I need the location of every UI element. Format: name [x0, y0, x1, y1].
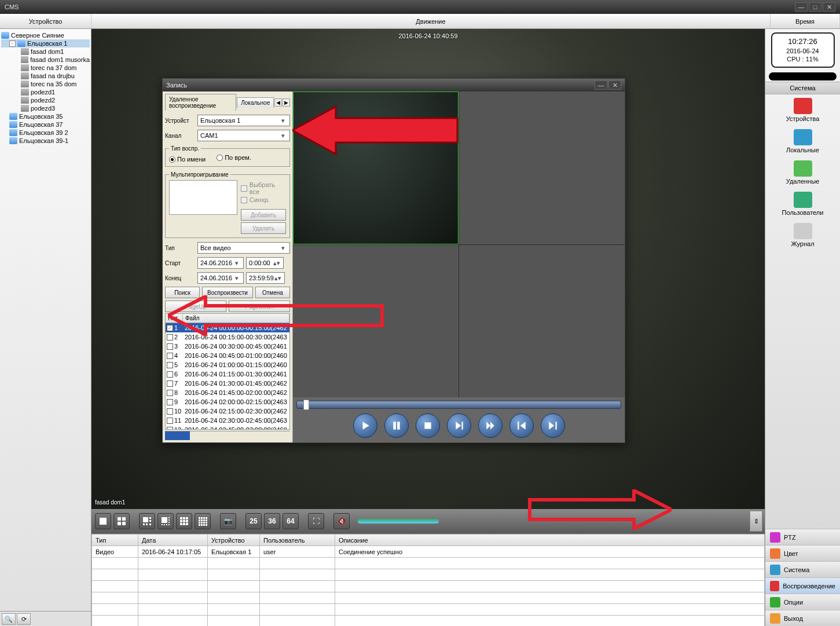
tree-device[interactable]: Ельцовская 39-1 — [1, 137, 90, 145]
tab-scroll-left[interactable]: ◄ — [274, 98, 282, 107]
playback-cell-2[interactable] — [459, 91, 625, 244]
slow-button[interactable] — [447, 413, 471, 438]
mute-button[interactable]: 🔇 — [333, 513, 350, 529]
layout-1[interactable] — [95, 513, 111, 529]
tree-camera[interactable]: fasad dom1 musorka — [1, 56, 90, 64]
tab-local[interactable]: Локальное — [237, 97, 274, 108]
system-item-0[interactable]: Устройства — [765, 94, 840, 126]
log-col-type[interactable]: Тип — [92, 535, 138, 546]
snapshot-button[interactable]: 📷 — [220, 513, 236, 529]
maximize-button[interactable]: □ — [809, 2, 821, 12]
device-tree[interactable]: Северное Сияние -Ельцовская 1 fasad dom1… — [0, 29, 91, 611]
channel-select[interactable]: CAM1▾ — [197, 130, 290, 141]
layout-64[interactable]: 64 — [283, 513, 299, 529]
tree-camera[interactable]: torec na 37 dom — [1, 64, 90, 72]
file-row[interactable]: 92016-06-24 02:00:00-02:15:00(2463 — [166, 397, 289, 407]
pagedown-btn[interactable]: PageDown — [229, 301, 290, 312]
file-checkbox[interactable] — [167, 362, 173, 368]
file-row[interactable]: 122016-06-24 02:45:00-03:00:00(2468 — [166, 425, 289, 430]
file-checkbox[interactable] — [167, 343, 173, 350]
tree-camera[interactable]: fasad dom1 — [1, 47, 90, 56]
volume-slider[interactable] — [358, 519, 439, 524]
file-checkbox[interactable] — [167, 418, 173, 424]
file-row[interactable]: 62016-06-24 01:15:00-01:30:00(2461 — [166, 369, 289, 379]
play-button[interactable] — [353, 413, 377, 438]
playback-quad[interactable] — [293, 91, 625, 397]
right-button-Опции[interactable]: Опции — [765, 594, 840, 610]
next-frame-button[interactable] — [541, 413, 565, 438]
close-button[interactable]: ✕ — [823, 2, 835, 12]
dialog-minimize[interactable]: — — [595, 80, 607, 90]
system-item-3[interactable]: Пользователи — [765, 188, 840, 219]
end-time[interactable]: 23:59:59▴▾ — [246, 272, 285, 284]
play-btn[interactable]: Воспроизвести — [202, 287, 253, 298]
system-item-4[interactable]: Журнал — [765, 219, 840, 251]
file-list[interactable]: Нет Файл 12016-06-24 00:00:00-00:15:00(2… — [165, 313, 290, 430]
seek-bar[interactable] — [296, 401, 621, 409]
pause-button[interactable] — [384, 413, 409, 438]
layout-6[interactable] — [139, 513, 155, 529]
file-checkbox[interactable] — [167, 390, 173, 396]
file-checkbox[interactable] — [167, 371, 173, 378]
checkbox-selectall[interactable]: Выбрать все — [241, 181, 286, 195]
tree-camera[interactable]: podezd2 — [1, 96, 90, 104]
log-col-date[interactable]: Дата — [138, 535, 208, 546]
system-item-1[interactable]: Локальные — [765, 126, 840, 157]
start-time[interactable]: 0:00:00▴▾ — [246, 257, 284, 269]
cancel-btn[interactable]: Отмена — [255, 287, 290, 298]
log-col-user[interactable]: Пользователь — [260, 535, 335, 546]
right-button-Воспроизведение[interactable]: Воспроизведение — [765, 577, 840, 594]
file-row[interactable]: 32016-06-24 00:30:00-00:45:00(2461 — [166, 342, 289, 351]
dialog-titlebar[interactable]: Запись — ✕ — [163, 79, 625, 91]
type-select[interactable]: Все видео▾ — [197, 242, 290, 254]
file-row[interactable]: 22016-06-24 00:15:00-00:30:00(2463 — [166, 332, 289, 342]
right-button-Система[interactable]: Система — [765, 561, 840, 577]
stop-button[interactable] — [416, 413, 440, 438]
tree-camera[interactable]: podezd3 — [1, 104, 90, 112]
file-row[interactable]: 52016-06-24 01:00:00-01:15:00(2460 — [166, 360, 289, 369]
file-row[interactable]: 42016-06-24 00:45:00-01:00:00(2460 — [166, 351, 289, 360]
tab-remote[interactable]: Удаленное воспроизведение — [165, 94, 236, 111]
layout-36[interactable]: 36 — [264, 513, 280, 529]
menu-device[interactable]: Устройство — [0, 14, 91, 28]
radio-bytime[interactable]: По врем. — [217, 154, 251, 161]
layout-16[interactable] — [195, 513, 211, 529]
end-date[interactable]: 24.06.2016▾ — [197, 272, 244, 284]
layout-4[interactable] — [113, 513, 130, 529]
search-btn[interactable]: Поиск — [165, 287, 200, 298]
right-button-PTZ[interactable]: PTZ — [765, 529, 840, 545]
menu-motion[interactable]: Движение — [91, 14, 771, 28]
system-item-2[interactable]: Удаленные — [765, 157, 840, 188]
file-row[interactable]: 72016-06-24 01:30:00-01:45:00(2462 — [166, 379, 289, 388]
playback-cell-1[interactable] — [293, 91, 458, 244]
file-checkbox[interactable] — [167, 380, 173, 387]
file-row[interactable]: 82016-06-24 01:45:00-02:00:00(2462 — [166, 388, 289, 397]
log-col-desc[interactable]: Описание — [335, 535, 765, 546]
fullscreen-button[interactable]: ⛶ — [308, 513, 324, 529]
file-checkbox[interactable] — [167, 427, 173, 430]
dialog-close[interactable]: ✕ — [608, 80, 621, 90]
fast-button[interactable] — [478, 413, 502, 438]
delete-button[interactable]: Удалить — [241, 222, 286, 234]
device-select[interactable]: Ельцовская 1▾ — [197, 115, 290, 126]
tree-camera[interactable]: fasad na drujbu — [1, 72, 90, 80]
file-row[interactable]: 12016-06-24 00:00:00-00:15:00(2462 — [166, 323, 289, 332]
expand-arrows-icon[interactable]: ⇕ — [750, 511, 762, 532]
tree-root[interactable]: Северное Сияние — [1, 31, 90, 39]
collapse-icon[interactable]: - — [9, 41, 16, 47]
playback-cell-4[interactable] — [459, 245, 625, 398]
pageup-btn[interactable]: PageUp — [165, 301, 226, 312]
col-no[interactable]: Нет — [166, 314, 183, 323]
start-date[interactable]: 24.06.2016▾ — [197, 257, 244, 269]
right-button-Цвет[interactable]: Цвет — [765, 545, 840, 561]
menu-time[interactable]: Время — [771, 14, 840, 28]
log-row[interactable]: Видео2016-06-24 10:17:05Ельцовская 1user… — [92, 546, 765, 558]
layout-9[interactable] — [176, 513, 192, 529]
layout-25[interactable]: 25 — [245, 513, 262, 529]
layout-8[interactable] — [157, 513, 174, 529]
radio-byname[interactable]: По имени — [169, 156, 206, 163]
tree-camera[interactable]: torec na 35 dom — [1, 80, 90, 88]
checkbox-sync[interactable]: Синхр. — [241, 196, 286, 203]
tree-device[interactable]: Ельцовская 35 — [1, 112, 90, 120]
col-file[interactable]: Файл — [183, 314, 289, 323]
